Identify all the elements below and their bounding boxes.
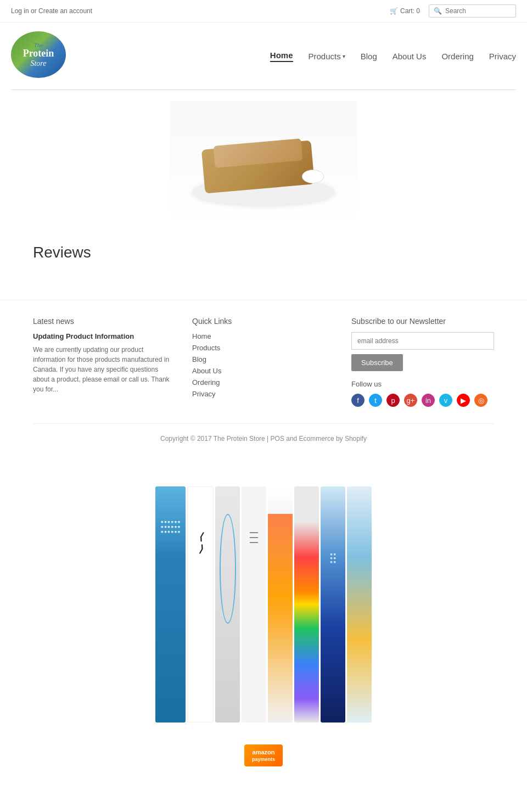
food-oval xyxy=(302,170,324,183)
footer-link-about-us[interactable]: About Us xyxy=(192,367,335,375)
nav-item-privacy[interactable]: Privacy xyxy=(489,52,516,61)
nav-item-products[interactable]: Products ▾ xyxy=(309,52,345,61)
footer-link-home[interactable]: Home xyxy=(192,332,335,340)
login-area: Log in or Create an account xyxy=(11,7,92,15)
footer-link-privacy[interactable]: Privacy xyxy=(192,390,335,398)
rss-icon[interactable]: ◎ xyxy=(474,394,487,407)
amazon-badge[interactable]: amazon payments xyxy=(244,744,283,766)
nav-item-ordering[interactable]: Ordering xyxy=(441,52,473,61)
facebook-icon[interactable]: f xyxy=(351,394,365,407)
cart-count: Cart: 0 xyxy=(400,7,420,15)
footer-newsletter: Subscribe to our Newsletter Subscribe Fo… xyxy=(351,317,494,407)
follow-us-label: Follow us xyxy=(351,380,494,388)
subscribe-button[interactable]: Subscribe xyxy=(351,354,403,371)
amazon-payments-label: payments xyxy=(252,757,275,762)
hero-section xyxy=(0,90,527,238)
reviews-title: Reviews xyxy=(33,244,494,261)
product-banner-blue2[interactable]: ■ ■■ ■■ ■ xyxy=(321,486,345,723)
search-box[interactable]: 🔍 xyxy=(429,4,516,18)
newsletter-email-input[interactable] xyxy=(351,332,494,350)
product-food-visual xyxy=(181,112,346,211)
product-banner-colorful[interactable] xyxy=(294,486,319,723)
search-input[interactable] xyxy=(445,7,511,15)
footer-copyright: Copyright © 2017 The Protein Store | POS… xyxy=(33,423,494,443)
logo: The Protein Store xyxy=(11,31,71,81)
footer-quick-links-title: Quick Links xyxy=(192,317,335,326)
footer-grid: Latest news Updating Product Information… xyxy=(33,317,494,407)
nav-item-about-us[interactable]: About Us xyxy=(393,52,427,61)
footer-latest-news-title: Latest news xyxy=(33,317,176,326)
product-banner-black[interactable]: ⟨⟩ xyxy=(187,486,214,723)
main-nav: Home Products ▾ Blog About Us Ordering P… xyxy=(270,51,516,62)
cart-link[interactable]: 🛒 Cart: 0 xyxy=(390,7,420,15)
product-banner-white[interactable]: ━━━━━━━━━ xyxy=(242,486,266,723)
youtube-icon[interactable]: ▶ xyxy=(457,394,470,407)
twitter-icon[interactable]: t xyxy=(369,394,382,407)
product-banner-blue[interactable]: ■ ■ ■ ■ ■ ■■ ■ ■ ■ ■ ■■ ■ ■ ■ ■ ■ xyxy=(155,486,186,723)
footer-quick-links: Quick Links Home Products Blog About Us … xyxy=(192,317,335,407)
logo-area: The Protein Store xyxy=(11,31,71,81)
footer: Latest news Updating Product Information… xyxy=(0,300,527,453)
newsletter-title: Subscribe to our Newsletter xyxy=(351,317,494,326)
footer-link-products[interactable]: Products xyxy=(192,344,335,352)
header: The Protein Store Home Products ▾ Blog A… xyxy=(0,23,527,89)
search-icon: 🔍 xyxy=(434,7,442,15)
hero-image xyxy=(170,101,357,222)
instagram-icon[interactable]: in xyxy=(422,394,435,407)
footer-news-post-title[interactable]: Updating Product Information xyxy=(33,332,176,340)
top-bar: Log in or Create an account 🛒 Cart: 0 🔍 xyxy=(0,0,527,23)
footer-link-blog[interactable]: Blog xyxy=(192,355,335,363)
footer-news-post-text: We are currently updating our product in… xyxy=(33,345,176,394)
nav-item-home[interactable]: Home xyxy=(270,51,293,62)
pinterest-icon[interactable]: p xyxy=(386,394,400,407)
footer-link-ordering[interactable]: Ordering xyxy=(192,378,335,387)
amazon-label: amazon xyxy=(252,749,275,755)
products-chevron-icon: ▾ xyxy=(343,53,345,59)
product-banner-area: ■ ■ ■ ■ ■ ■■ ■ ■ ■ ■ ■■ ■ ■ ■ ■ ■ ⟨⟩ ━━━… xyxy=(0,453,527,733)
product-banner-multicolor[interactable] xyxy=(268,486,293,723)
reviews-section: Reviews xyxy=(0,238,527,289)
nav-item-blog[interactable]: Blog xyxy=(361,52,377,61)
product-banners: ■ ■ ■ ■ ■ ■■ ■ ■ ■ ■ ■■ ■ ■ ■ ■ ■ ⟨⟩ ━━━… xyxy=(155,486,372,723)
create-account-link[interactable]: Create an account xyxy=(38,7,92,15)
amazon-area: amazon payments xyxy=(0,733,527,783)
top-bar-right: 🛒 Cart: 0 🔍 xyxy=(390,4,516,18)
product-banner-striped[interactable] xyxy=(347,486,372,723)
social-icons: f t p g+ in v ▶ ◎ xyxy=(351,394,494,407)
logo-text-store: Store xyxy=(23,59,54,68)
vimeo-icon[interactable]: v xyxy=(439,394,452,407)
cart-icon: 🛒 xyxy=(390,7,398,15)
login-link[interactable]: Log in xyxy=(11,7,29,15)
product-banner-gray[interactable] xyxy=(215,486,240,723)
logo-text-protein: Protein xyxy=(23,48,54,59)
google-plus-icon[interactable]: g+ xyxy=(404,394,417,407)
footer-latest-news: Latest news Updating Product Information… xyxy=(33,317,176,407)
